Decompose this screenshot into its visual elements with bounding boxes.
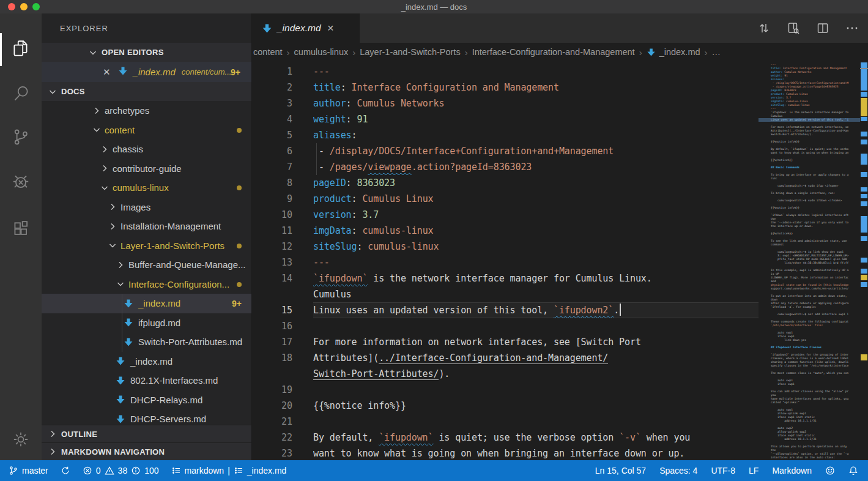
tree-item-interface-configuration-[interactable]: Interface-Configuration... bbox=[42, 275, 251, 294]
line-number: 23 bbox=[252, 446, 313, 460]
tree-item-dhcp-servers-md[interactable]: DHCP-Servers.md bbox=[42, 409, 251, 424]
tree-item-label: contributor-guide bbox=[113, 163, 182, 174]
indentation[interactable]: Spaces: 4 bbox=[659, 466, 697, 475]
tab-index-md[interactable]: _index.md ✕ bbox=[252, 13, 360, 43]
minimize-window-button[interactable] bbox=[20, 3, 28, 10]
tree-item-dhcp-relays-md[interactable]: DHCP-Relays.md bbox=[42, 390, 251, 410]
info-mark bbox=[861, 269, 867, 274]
tree-item-contributor-guide[interactable]: contributor-guide bbox=[42, 159, 251, 179]
feedback[interactable] bbox=[825, 466, 835, 475]
markdown-file-icon bbox=[647, 48, 656, 57]
line-number bbox=[252, 366, 313, 382]
tree-item-label: chassis bbox=[113, 144, 143, 154]
minimap[interactable]: ---title: Interface Configuration and Ma… bbox=[759, 63, 860, 460]
open-preview-icon[interactable] bbox=[786, 21, 801, 35]
sync-status[interactable] bbox=[61, 466, 70, 475]
warning-icon bbox=[105, 466, 114, 475]
editor-actions bbox=[757, 13, 859, 43]
explorer-icon[interactable] bbox=[0, 32, 42, 66]
chevron-right-icon bbox=[48, 447, 57, 457]
outline-section-header[interactable]: OUTLINE bbox=[42, 425, 251, 442]
tab-close-icon[interactable]: ✕ bbox=[327, 23, 335, 33]
chevron-right-icon bbox=[100, 144, 109, 154]
overview-ruler[interactable] bbox=[860, 61, 868, 460]
branch-icon bbox=[9, 466, 18, 475]
tree-item-cumulus-linux[interactable]: cumulus-linux bbox=[42, 178, 251, 198]
sidebar-title: EXPLORER bbox=[42, 13, 251, 43]
code-editor[interactable]: 1---2title: Interface Configuration and … bbox=[252, 61, 868, 460]
tree-item-layer-1-and-switch-ports[interactable]: Layer-1-and-Switch-Ports bbox=[42, 236, 251, 256]
tree-item-archetypes[interactable]: archetypes bbox=[42, 101, 251, 121]
encoding[interactable]: UTF-8 bbox=[711, 466, 735, 475]
breadcrumb-item-interface-configuration-and-management[interactable]: Interface-Configuration-and-Management bbox=[472, 47, 635, 57]
line-content: Linux uses an updated version of this to… bbox=[313, 302, 759, 318]
warning-mark bbox=[861, 98, 867, 116]
chevron-right-icon bbox=[116, 260, 125, 270]
problems-status[interactable]: 038100 bbox=[83, 466, 159, 475]
info-mark bbox=[861, 236, 867, 241]
tree-item--index-md[interactable]: _index.md bbox=[42, 352, 251, 371]
info-mark bbox=[861, 140, 867, 144]
docs-section-header[interactable]: DOCS bbox=[42, 82, 251, 101]
line-number: 6 bbox=[252, 143, 313, 159]
more-actions-icon[interactable] bbox=[845, 21, 859, 35]
tree-item-buffer-and-queue-manage-[interactable]: Buffer-and-Queue-Manage... bbox=[42, 255, 251, 275]
code-line-8: 8pageID: 8363023 bbox=[252, 175, 759, 191]
markdown-file-icon bbox=[124, 318, 133, 327]
debug-icon[interactable] bbox=[0, 164, 42, 198]
warning-mark bbox=[861, 354, 867, 360]
breadcrumb-item-cumulus-linux[interactable]: cumulus-linux bbox=[294, 47, 349, 57]
tree-item-images[interactable]: Images bbox=[42, 198, 251, 217]
breadcrumb-item--index-md[interactable]: _index.md bbox=[647, 47, 700, 57]
code-line-20: 20{{%notice info%}} bbox=[252, 398, 759, 414]
info-mark bbox=[861, 194, 867, 198]
minimap-line: specify classes in the `/etc/network/int… bbox=[759, 364, 860, 368]
settings-gear-icon[interactable] bbox=[0, 422, 42, 457]
tree-item-ifplugd-md[interactable]: ifplugd.md bbox=[42, 313, 251, 333]
code-line-22: 22By default, `ifupdown` is quiet; use t… bbox=[252, 430, 759, 446]
tree-item-switch-port-attributes-md[interactable]: Switch-Port-Attributes.md bbox=[42, 332, 251, 352]
breadcrumb-item--[interactable]: … bbox=[712, 47, 721, 57]
modified-dot-badge bbox=[237, 128, 242, 133]
language-mode[interactable]: Markdown bbox=[772, 466, 812, 475]
tree-item-content[interactable]: content bbox=[42, 121, 251, 140]
tree-item-802-1x-interfaces-md[interactable]: 802.1X-Interfaces.md bbox=[42, 371, 251, 390]
line-content: --- bbox=[313, 255, 759, 270]
tree-item-label: DHCP-Servers.md bbox=[130, 414, 206, 424]
markdown-navigation-section-header[interactable]: MARKDOWN NAVIGATION bbox=[42, 442, 251, 460]
close-window-button[interactable] bbox=[8, 3, 15, 10]
indent-guide bbox=[122, 294, 122, 313]
notifications[interactable] bbox=[848, 466, 858, 475]
split-editor-icon[interactable] bbox=[815, 21, 830, 35]
breadcrumb-item-layer-1-and-switch-ports[interactable]: Layer-1-and-Switch-Ports bbox=[360, 47, 460, 57]
minimap-line: The most common class is "auto", which y… bbox=[759, 371, 860, 375]
markdownlint-status[interactable]: markdown|_index.md bbox=[171, 466, 287, 475]
tree-item-chassis[interactable]: chassis bbox=[42, 140, 251, 159]
open-editor-item[interactable]: ✕ _index.md content/cum... 9+ bbox=[42, 62, 251, 82]
activity-bar bbox=[0, 13, 42, 460]
modified-dot-badge bbox=[237, 282, 242, 287]
breadcrumb-item-content[interactable]: content bbox=[253, 47, 283, 57]
sidebar-bottom-sections: OUTLINEMARKDOWN NAVIGATION bbox=[42, 425, 251, 460]
tree-item-installation-management[interactable]: Installation-Management bbox=[42, 217, 251, 236]
search-icon[interactable] bbox=[0, 76, 42, 110]
chevron-down-icon bbox=[100, 183, 109, 193]
eol[interactable]: LF bbox=[749, 466, 759, 475]
open-changes-icon[interactable] bbox=[757, 21, 771, 35]
list-icon bbox=[234, 466, 243, 475]
cursor-position[interactable]: Ln 15, Col 57 bbox=[595, 466, 646, 475]
line-number: 4 bbox=[252, 111, 313, 127]
zoom-window-button[interactable] bbox=[32, 3, 40, 10]
chevron-right-icon bbox=[108, 202, 117, 212]
git-branch-status[interactable]: master bbox=[9, 466, 48, 475]
tree-item--index-md[interactable]: _index.md9+ bbox=[42, 294, 251, 313]
chevron-down-icon bbox=[92, 125, 102, 135]
line-number: 7 bbox=[252, 159, 313, 175]
source-control-icon[interactable] bbox=[0, 120, 42, 154]
close-editor-icon[interactable]: ✕ bbox=[103, 67, 111, 78]
editor-area: _index.md ✕ content›cumulus-linux›Layer-… bbox=[252, 13, 868, 460]
open-editors-header[interactable]: OPEN EDITORS bbox=[42, 43, 251, 62]
extensions-icon[interactable] bbox=[0, 208, 42, 242]
code-line-17: 17For more information on network interf… bbox=[252, 334, 759, 350]
line-content: want to know what is going on when bring… bbox=[313, 446, 759, 460]
